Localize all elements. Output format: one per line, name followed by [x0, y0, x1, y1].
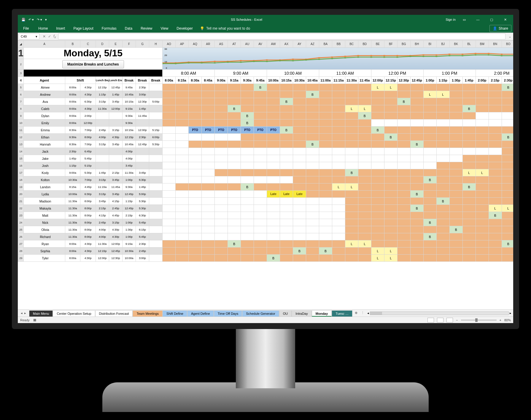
break-time[interactable]: 3:00p — [136, 91, 149, 98]
row-header[interactable]: 28 — [18, 247, 24, 255]
schedule-cell[interactable] — [436, 205, 449, 212]
schedule-cell[interactable] — [254, 162, 267, 169]
shift-end[interactable]: 6:45p — [80, 148, 96, 155]
column-header[interactable]: BK — [449, 41, 462, 48]
lunch-begin[interactable] — [96, 162, 109, 169]
shift-start[interactable]: 10:00a — [65, 191, 80, 198]
row-header[interactable]: 7 — [18, 98, 24, 105]
spreadsheet-grid[interactable]: ◢ABCDEFGHAOAPAQARASATAUAVAWAXAYAZBABBBCB… — [18, 40, 513, 309]
schedule-cell[interactable] — [449, 198, 462, 205]
lunch-end[interactable]: 3:45p — [109, 191, 122, 198]
schedule-cell[interactable] — [241, 247, 254, 255]
lunch-end[interactable]: 3:15p — [109, 127, 122, 134]
schedule-cell[interactable]: L — [345, 240, 358, 247]
break-time[interactable] — [149, 112, 163, 119]
lunch-begin[interactable] — [96, 119, 109, 127]
schedule-cell[interactable] — [319, 198, 332, 205]
schedule-cell[interactable] — [423, 119, 436, 127]
schedule-cell[interactable] — [462, 84, 476, 91]
schedule-cell[interactable] — [202, 162, 215, 169]
schedule-cell[interactable] — [410, 212, 423, 219]
schedule-cell[interactable]: L — [345, 105, 358, 112]
schedule-cell[interactable]: B — [410, 191, 423, 198]
schedule-cell[interactable] — [306, 105, 319, 112]
break-time[interactable] — [149, 183, 163, 191]
schedule-cell[interactable] — [358, 198, 371, 205]
schedule-cell[interactable] — [241, 198, 254, 205]
schedule-cell[interactable] — [410, 255, 423, 262]
schedule-cell[interactable] — [267, 148, 280, 155]
schedule-cell[interactable] — [280, 141, 293, 148]
schedule-cell[interactable] — [384, 219, 397, 226]
schedule-cell[interactable] — [215, 212, 228, 219]
schedule-cell[interactable] — [241, 105, 254, 112]
schedule-cell[interactable]: B — [241, 119, 254, 127]
shift-start[interactable]: 8:00a — [65, 91, 80, 98]
schedule-cell[interactable] — [163, 105, 176, 112]
schedule-cell[interactable]: PTO — [189, 127, 202, 134]
tab-home[interactable]: Home — [34, 26, 52, 31]
schedule-cell[interactable] — [436, 176, 449, 183]
schedule-cell[interactable] — [397, 191, 410, 198]
schedule-cell[interactable] — [436, 240, 449, 247]
schedule-cell[interactable] — [397, 255, 410, 262]
lunch-begin[interactable]: 3:45p — [96, 198, 109, 205]
schedule-cell[interactable] — [332, 112, 345, 119]
schedule-cell[interactable] — [345, 84, 358, 91]
schedule-cell[interactable] — [241, 219, 254, 226]
schedule-cell[interactable] — [436, 255, 449, 262]
schedule-cell[interactable]: B — [397, 98, 410, 105]
schedule-cell[interactable] — [319, 212, 332, 219]
schedule-cell[interactable] — [449, 84, 462, 91]
schedule-cell[interactable] — [423, 255, 436, 262]
qat-customize-icon[interactable]: ▾ — [45, 18, 47, 22]
schedule-cell[interactable]: B — [280, 127, 293, 134]
schedule-cell[interactable] — [345, 148, 358, 155]
row-header[interactable]: 12 — [18, 134, 24, 141]
schedule-cell[interactable] — [358, 191, 371, 198]
schedule-cell[interactable] — [189, 212, 202, 219]
schedule-cell[interactable] — [371, 191, 384, 198]
schedule-cell[interactable] — [489, 240, 502, 247]
schedule-cell[interactable] — [176, 112, 189, 119]
schedule-cell[interactable] — [280, 240, 293, 247]
schedule-cell[interactable] — [293, 162, 306, 169]
schedule-cell[interactable] — [410, 155, 423, 162]
schedule-cell[interactable] — [280, 162, 293, 169]
schedule-cell[interactable] — [267, 212, 280, 219]
schedule-cell[interactable] — [241, 98, 254, 105]
schedule-cell[interactable] — [202, 105, 215, 112]
schedule-cell[interactable] — [280, 198, 293, 205]
column-header[interactable]: H — [149, 41, 163, 48]
schedule-cell[interactable] — [306, 169, 319, 176]
break-time[interactable]: 11:30a — [122, 169, 136, 176]
schedule-cell[interactable] — [462, 91, 476, 98]
schedule-cell[interactable] — [397, 205, 410, 212]
schedule-cell[interactable] — [332, 148, 345, 155]
schedule-cell[interactable]: L — [384, 84, 397, 91]
schedule-cell[interactable] — [476, 148, 489, 155]
schedule-cell[interactable] — [436, 212, 449, 219]
schedule-cell[interactable]: B — [436, 198, 449, 205]
save-icon[interactable]: 💾 — [21, 18, 26, 22]
schedule-cell[interactable]: L — [345, 183, 358, 191]
column-header[interactable]: BE — [371, 41, 384, 48]
schedule-cell[interactable] — [189, 240, 202, 247]
lunch-begin[interactable]: 4:00p — [96, 233, 109, 240]
schedule-cell[interactable] — [215, 191, 228, 198]
schedule-cell[interactable] — [215, 198, 228, 205]
schedule-cell[interactable] — [462, 191, 476, 198]
sheet-tab[interactable]: Tuesc … — [332, 310, 352, 317]
lunch-begin[interactable]: 1:45p — [96, 169, 109, 176]
schedule-cell[interactable]: B — [462, 183, 476, 191]
schedule-cell[interactable] — [267, 91, 280, 98]
schedule-cell[interactable] — [345, 205, 358, 212]
break-time[interactable]: 5:30p — [136, 205, 149, 212]
schedule-cell[interactable] — [345, 176, 358, 183]
schedule-cell[interactable] — [176, 119, 189, 127]
break-time[interactable]: 9:30a — [122, 119, 136, 127]
sheet-tab[interactable]: Monday — [312, 310, 332, 317]
schedule-cell[interactable] — [202, 141, 215, 148]
break-time[interactable] — [149, 255, 163, 262]
shift-end[interactable]: 4:30p — [80, 255, 96, 262]
